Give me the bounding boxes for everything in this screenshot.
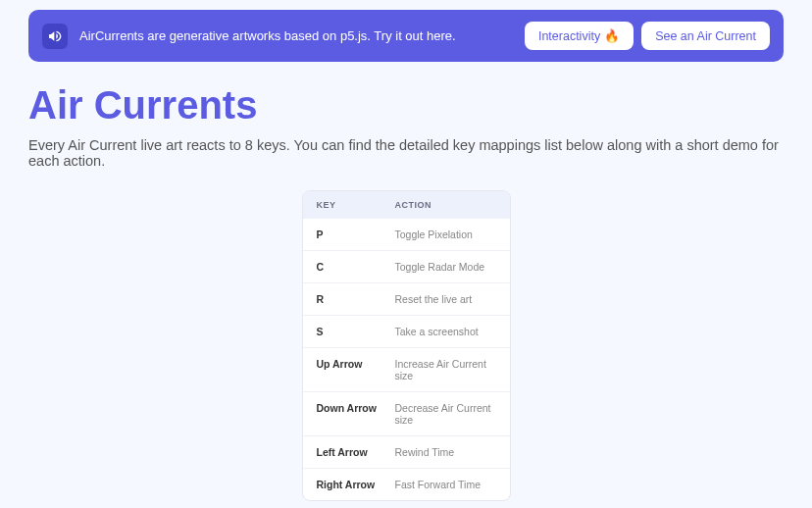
key-cell: Left Arrow [317,446,395,458]
key-table-wrap: KEY ACTION PToggle PixelationCToggle Rad… [0,190,812,501]
table-row: STake a screenshot [303,315,510,347]
key-cell: R [317,293,395,305]
key-cell: Up Arrow [317,358,395,381]
interactivity-button[interactable]: Interactivity 🔥 [525,22,634,50]
action-cell: Toggle Radar Mode [395,261,485,273]
table-head: KEY ACTION [303,191,510,219]
table-row: PToggle Pixelation [303,219,510,250]
page-title: Air Currents [28,83,784,127]
action-cell: Reset the live art [395,293,473,305]
table-row: Down ArrowDecrease Air Current size [303,391,510,435]
fire-icon: 🔥 [604,28,620,43]
action-cell: Take a screenshot [395,326,479,337]
key-cell: S [317,326,395,337]
table-row: CToggle Radar Mode [303,250,510,282]
see-label: See an Air Current [655,29,756,43]
page-subtitle: Every Air Current live art reacts to 8 k… [28,137,784,169]
banner-left: AirCurrents are generative artworks base… [42,24,456,49]
banner-text[interactable]: AirCurrents are generative artworks base… [79,28,456,43]
table-row: Right ArrowFast Forward Time [303,468,510,500]
banner-buttons: Interactivity 🔥 See an Air Current [525,22,770,50]
table-row: Up ArrowIncrease Air Current size [303,347,510,391]
key-cell: Down Arrow [317,402,395,426]
key-cell: C [317,261,395,273]
key-cell: P [317,229,395,240]
key-cell: Right Arrow [317,479,395,490]
key-mapping-table: KEY ACTION PToggle PixelationCToggle Rad… [302,190,511,501]
head-action: ACTION [395,200,496,210]
action-cell: Increase Air Current size [395,358,496,381]
action-cell: Toggle Pixelation [395,229,473,240]
action-cell: Rewind Time [395,446,455,458]
interactivity-label: Interactivity [538,29,600,43]
announcement-banner: AirCurrents are generative artworks base… [28,10,784,62]
table-row: Left ArrowRewind Time [303,435,510,468]
table-row: RReset the live art [303,282,510,315]
see-air-current-button[interactable]: See an Air Current [641,22,770,50]
action-cell: Fast Forward Time [395,479,482,490]
action-cell: Decrease Air Current size [395,402,496,426]
head-key: KEY [317,200,395,210]
megaphone-icon [42,24,68,49]
